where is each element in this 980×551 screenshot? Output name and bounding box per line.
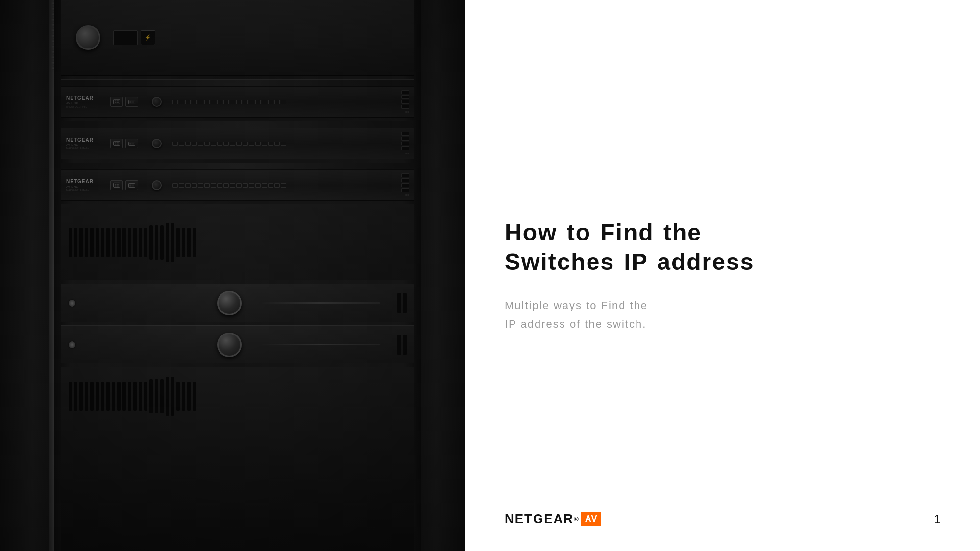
page-number: 1 [934, 512, 941, 526]
main-title: How to Find the Switches IP address [505, 218, 769, 277]
footer: NETGEAR® AV 1 [505, 511, 941, 527]
logo-av-badge: AV [581, 512, 602, 526]
rack-background: ⚡ NETGEAR AV LINE M4250-9G1F-PoE+ [0, 0, 466, 551]
logo-text: NETGEAR [505, 511, 574, 527]
netgear-logo: NETGEAR® AV [505, 511, 601, 527]
subtitle-line2: IP address of the switch. [505, 318, 646, 330]
subtitle: Multiple ways to Find the IP address of … [505, 296, 769, 333]
title-line1: How to Find the [505, 219, 702, 245]
content-panel: How to Find the Switches IP address Mult… [466, 0, 980, 551]
main-layout: ⚡ NETGEAR AV LINE M4250-9G1F-PoE+ [0, 0, 980, 551]
registered-trademark: ® [574, 515, 579, 523]
rack-image-panel: ⚡ NETGEAR AV LINE M4250-9G1F-PoE+ [0, 0, 466, 551]
content-area: How to Find the Switches IP address Mult… [505, 218, 769, 333]
subtitle-line1: Multiple ways to Find the [505, 299, 648, 311]
title-line2: Switches IP address [505, 249, 754, 275]
rack-vignette [0, 0, 466, 551]
